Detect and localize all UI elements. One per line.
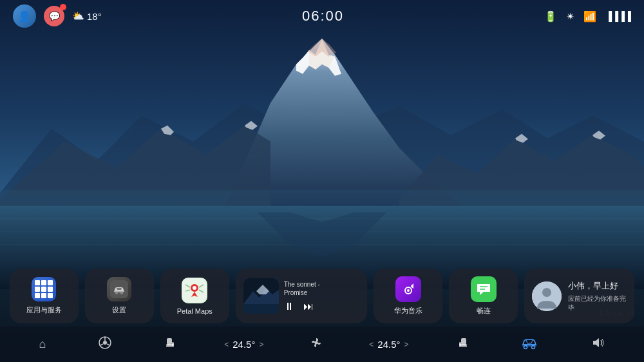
svg-point-43 [103,341,107,345]
weather-icon: ⛅ [72,10,84,22]
track-line1: The sonnet - [284,280,360,289]
huawei-music-label: 华为音乐 [394,306,422,316]
apps-services-button[interactable]: 应用与服务 [10,269,79,323]
signal-icon: ▐▐▐▐ [605,11,631,21]
pause-button[interactable]: ⏸ [284,301,294,312]
status-bar-left: 👤 💬 ⛅ 18° [13,5,102,28]
car-mode-button[interactable] [514,332,545,357]
music-track-info: The sonnet - Promise [284,280,360,297]
greeting-card[interactable]: 小伟，早上好 应前已经为你准备完毕 [524,269,634,323]
home-button[interactable]: ⌂ [32,334,52,355]
status-bar-right: 🔋 ✴ 📶 ▐▐▐▐ [544,10,631,23]
right-temp-increase[interactable]: > [404,340,409,349]
seat-left-button[interactable] [158,332,185,357]
petal-maps-icon [182,278,207,303]
huawei-music-icon [395,276,421,302]
seat-right-icon [455,336,469,353]
svg-rect-33 [243,304,279,314]
svg-rect-49 [172,342,174,346]
changlian-label: 畅连 [477,306,491,316]
seat-right-button[interactable] [448,332,475,357]
settings-button[interactable]: 设置 [85,269,154,323]
status-bar: 👤 💬 ⛅ 18° 06:00 🔋 ✴ 📶 ▐▐▐▐ [0,0,644,32]
petal-maps-button[interactable]: Petal Maps [160,269,229,323]
music-playback-controls[interactable]: ⏸ ⏭ [284,301,360,312]
car-icon [520,336,538,353]
battery-icon: 🔋 [544,10,557,23]
svg-rect-52 [461,338,466,345]
clock: 06:00 [302,8,344,24]
svg-point-35 [407,289,410,292]
time-display: 06:00 [302,8,344,24]
volume-button[interactable] [584,332,611,357]
message-notification[interactable]: 💬 [44,6,64,26]
weather-widget: ⛅ 18° [72,10,102,22]
music-controls: The sonnet - Promise ⏸ ⏭ [284,280,360,312]
right-temp-decrease[interactable]: < [369,340,374,349]
bluetooth-icon: ✴ [566,10,574,23]
svg-point-58 [532,346,535,349]
music-player-widget[interactable]: The sonnet - Promise ⏸ ⏭ [236,269,368,323]
changlian-icon [471,276,497,302]
greeting-avatar [532,281,562,311]
fan-button[interactable] [303,332,330,357]
right-temp-value: 24.5° [377,339,400,350]
user-avatar[interactable]: 👤 [13,5,36,28]
apps-services-icon [32,277,56,301]
app-dock: 应用与服务 设置 [0,269,644,323]
wifi-icon: 📶 [583,10,596,23]
svg-point-41 [542,288,551,297]
greeting-text-area: 小伟，早上好 应前已经为你准备完毕 [568,280,627,312]
left-temp-value: 24.5° [232,339,255,350]
track-line2: Promise [284,289,360,297]
home-icon: ⌂ [39,338,46,351]
greeting-subtitle: 应前已经为你准备完毕 [568,294,627,312]
changlian-button[interactable]: 畅连 [449,269,518,323]
left-temp-control[interactable]: < 24.5° > [224,339,263,350]
mountain-scene [0,0,644,290]
next-button[interactable]: ⏭ [303,301,314,312]
svg-rect-47 [167,338,172,345]
left-temp-decrease[interactable]: < [224,340,229,349]
svg-rect-54 [459,342,461,346]
svg-point-20 [115,292,118,294]
fan-icon [309,336,323,353]
svg-point-24 [193,286,196,290]
steering-button[interactable] [91,332,118,357]
message-icon: 💬 [49,11,60,21]
steering-icon [98,336,112,353]
svg-point-57 [524,346,527,349]
temperature: 18° [87,11,102,22]
settings-label: 设置 [112,305,126,315]
album-art [243,278,279,314]
svg-line-45 [100,344,103,345]
huawei-music-button[interactable]: 华为音乐 [374,269,442,323]
volume-icon [591,336,605,353]
left-temp-increase[interactable]: > [259,340,263,349]
seat-left-icon [164,336,178,353]
petal-maps-label: Petal Maps [177,307,213,315]
right-temp-control[interactable]: < 24.5° > [369,339,408,350]
bottom-control-bar: ⌂ < 24.5° > [0,327,644,362]
svg-point-51 [315,341,318,345]
greeting-name: 小伟，早上好 [568,280,627,292]
svg-line-46 [107,344,109,345]
settings-icon [107,277,131,301]
svg-point-21 [120,292,123,294]
avatar-emoji: 👤 [18,10,31,23]
apps-services-label: 应用与服务 [26,305,62,315]
